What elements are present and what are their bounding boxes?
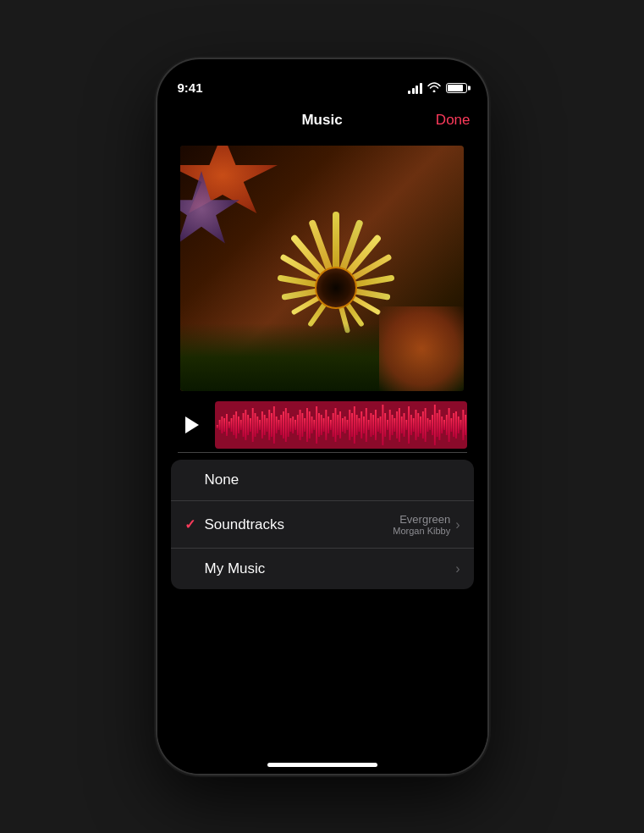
video-thumbnail (180, 146, 464, 391)
svg-rect-26 (278, 420, 279, 430)
svg-rect-100 (453, 413, 454, 437)
svg-rect-45 (322, 418, 324, 432)
soundtracks-check: ✓ (184, 516, 201, 532)
svg-rect-29 (284, 408, 286, 442)
svg-rect-46 (325, 410, 327, 440)
status-icons (408, 81, 467, 95)
svg-rect-84 (415, 410, 416, 440)
svg-rect-6 (230, 418, 232, 432)
svg-rect-71 (384, 413, 386, 437)
svg-rect-54 (344, 416, 345, 433)
svg-rect-25 (275, 416, 277, 433)
svg-rect-40 (311, 416, 312, 433)
svg-rect-102 (457, 416, 459, 433)
svg-rect-50 (334, 408, 336, 442)
svg-rect-61 (361, 411, 362, 439)
svg-rect-57 (351, 413, 353, 437)
waveform-svg (215, 401, 467, 449)
svg-rect-98 (448, 408, 449, 442)
svg-rect-88 (424, 408, 426, 442)
svg-rect-83 (412, 418, 414, 432)
notch (259, 59, 386, 85)
menu-item-my-music[interactable]: ✓ My Music › (171, 548, 474, 589)
svg-rect-99 (450, 418, 452, 432)
signal-icon (408, 83, 422, 94)
svg-rect-13 (247, 415, 249, 435)
svg-rect-95 (441, 416, 443, 433)
svg-rect-64 (367, 420, 369, 430)
svg-rect-20 (263, 415, 265, 435)
svg-rect-79 (403, 413, 405, 437)
menu-item-soundtracks[interactable]: ✓ Soundtracks Evergreen Morgan Kibby › (171, 500, 474, 548)
svg-rect-5 (228, 422, 229, 428)
svg-rect-43 (317, 413, 319, 437)
svg-rect-49 (332, 413, 333, 437)
svg-rect-37 (304, 418, 305, 432)
soundtracks-subtitle: Evergreen Morgan Kibby (393, 513, 450, 536)
svg-rect-103 (460, 420, 461, 430)
soundtracks-chevron: › (455, 517, 460, 532)
svg-rect-41 (313, 420, 315, 430)
svg-rect-76 (396, 411, 398, 439)
waveform-container[interactable] (215, 401, 467, 449)
svg-rect-33 (294, 420, 296, 430)
svg-rect-22 (268, 410, 270, 440)
svg-rect-18 (259, 420, 261, 430)
svg-rect-34 (296, 415, 298, 435)
phone-frame: 9:41 Music Done (157, 59, 487, 774)
svg-rect-14 (249, 418, 250, 432)
play-button[interactable] (178, 411, 205, 439)
svg-rect-32 (292, 416, 294, 433)
svg-rect-82 (410, 415, 411, 435)
menu-item-none[interactable]: ✓ None (171, 460, 474, 500)
svg-rect-24 (272, 406, 274, 444)
svg-rect-12 (245, 410, 246, 440)
svg-rect-92 (433, 405, 435, 445)
svg-rect-3 (223, 418, 225, 432)
svg-rect-94 (438, 410, 440, 440)
svg-rect-73 (388, 410, 390, 440)
svg-rect-9 (238, 416, 239, 433)
track-name: Evergreen (393, 513, 450, 526)
my-music-chevron: › (455, 561, 460, 576)
svg-rect-105 (465, 415, 466, 435)
home-indicator (267, 763, 377, 767)
soundtracks-label: Soundtracks (205, 516, 394, 533)
svg-rect-15 (251, 408, 253, 442)
my-music-right: › (455, 561, 460, 576)
svg-rect-52 (339, 411, 341, 439)
svg-rect-67 (375, 410, 377, 440)
player-section (178, 401, 467, 449)
svg-rect-21 (266, 418, 267, 432)
svg-rect-23 (271, 413, 272, 437)
done-button[interactable]: Done (436, 112, 471, 129)
svg-rect-51 (337, 415, 339, 435)
battery-icon (446, 83, 467, 93)
svg-rect-72 (387, 420, 388, 430)
svg-rect-28 (283, 411, 284, 439)
svg-rect-70 (382, 405, 383, 445)
svg-rect-35 (299, 410, 300, 440)
svg-rect-69 (379, 416, 381, 433)
artist-name: Morgan Kibby (393, 526, 450, 536)
soundtracks-right: Evergreen Morgan Kibby › (393, 513, 460, 536)
svg-rect-30 (287, 413, 289, 437)
svg-rect-0 (216, 425, 217, 428)
svg-rect-42 (316, 406, 317, 444)
svg-rect-85 (417, 413, 419, 437)
svg-rect-104 (462, 410, 464, 440)
svg-rect-77 (398, 408, 399, 442)
my-music-label: My Music (205, 560, 456, 577)
svg-rect-4 (226, 414, 228, 436)
svg-rect-81 (408, 406, 410, 444)
svg-rect-39 (308, 411, 310, 439)
svg-rect-47 (328, 416, 329, 433)
thumbnail-image (180, 146, 464, 391)
svg-rect-89 (427, 418, 428, 432)
svg-rect-10 (239, 420, 241, 430)
svg-rect-59 (355, 415, 357, 435)
svg-rect-75 (394, 418, 395, 432)
svg-rect-101 (455, 411, 457, 439)
svg-rect-58 (353, 406, 355, 444)
nav-bar: Music Done (157, 102, 487, 139)
